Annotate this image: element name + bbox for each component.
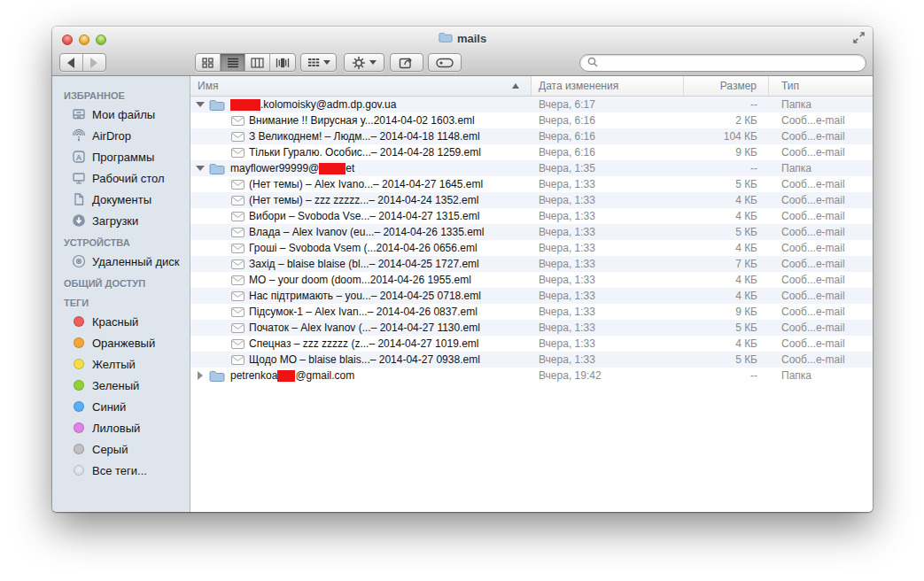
- forward-button[interactable]: [83, 54, 105, 71]
- date-modified-cell: Вчера, 6:16: [532, 130, 684, 143]
- sidebar-item-лиловый[interactable]: Лиловый: [52, 417, 190, 438]
- tags-button[interactable]: [428, 53, 462, 72]
- sidebar-item-синий[interactable]: Синий: [52, 396, 190, 417]
- name-cell: Захід – blaise blaise (bl...– 2014-04-25…: [190, 258, 532, 270]
- sidebar-item-рабочий-стол[interactable]: Рабочий стол: [52, 167, 190, 189]
- column-header-date[interactable]: Дата изменения: [532, 76, 684, 96]
- table-row[interactable]: Гроші – Svoboda Vsem (...2014-04-26 0656…: [190, 240, 873, 256]
- size-cell: 5 КБ: [684, 178, 769, 190]
- date-modified-cell: Вчера, 19:42: [532, 369, 684, 382]
- size-cell: 7 КБ: [684, 258, 769, 270]
- sidebar-section: УСТРОЙСТВА Удаленный диск: [52, 231, 190, 272]
- size-cell: 4 КБ: [684, 337, 769, 350]
- window-title: mails: [52, 32, 873, 45]
- table-row[interactable]: Тільки Гуралю. Особис...– 2014-04-28 125…: [190, 144, 873, 160]
- view-coverflow-button[interactable]: [270, 54, 295, 71]
- table-row[interactable]: Щодо МО – blaise blais...– 2014-04-27 09…: [190, 352, 873, 368]
- sidebar-item-документы[interactable]: Документы: [52, 189, 190, 210]
- type-cell: Сооб...e-mail: [769, 274, 873, 286]
- desktop-icon: [71, 171, 86, 186]
- size-cell: 2 КБ: [684, 114, 769, 127]
- sidebar-item-airdrop[interactable]: AirDrop: [52, 125, 190, 146]
- type-cell: Сооб...e-mail: [769, 242, 873, 254]
- table-row[interactable]: (Нет темы) – zzz zzzzz...– 2014-04-24 13…: [190, 192, 873, 208]
- name-cell: MO – your doom (doom...2014-04-26 1955.e…: [190, 274, 532, 286]
- size-cell: 4 КБ: [684, 290, 769, 302]
- content-area: Имя Дата изменения Размер Тип .kolomoisk…: [190, 76, 873, 512]
- sidebar-item-мои-файлы[interactable]: Мои файлы: [52, 104, 190, 125]
- share-button[interactable]: [390, 53, 423, 72]
- file-name: (Нет темы) – zzz zzzzz...– 2014-04-24 13…: [249, 194, 478, 206]
- date-modified-cell: Вчера, 1:33: [532, 353, 684, 366]
- sidebar-item-красный[interactable]: Красный: [52, 311, 190, 332]
- disclosure-triangle-icon[interactable]: [196, 100, 205, 109]
- file-list: .kolomoisky@adm.dp.gov.ua Вчера, 6:17 --…: [190, 97, 873, 512]
- tag-dot: [71, 421, 86, 436]
- date-modified-cell: Вчера, 1:33: [532, 321, 684, 334]
- type-cell: Сооб...e-mail: [769, 130, 873, 143]
- file-name: Гроші – Svoboda Vsem (...2014-04-26 0656…: [249, 242, 478, 254]
- table-row[interactable]: Початок – Alex Ivanov (...– 2014-04-27 1…: [190, 320, 873, 336]
- search-input[interactable]: [602, 57, 858, 69]
- email-icon: [231, 196, 245, 205]
- column-header-name[interactable]: Имя: [190, 76, 532, 96]
- sidebar-item-label: Серый: [92, 443, 128, 456]
- action-button[interactable]: [344, 53, 384, 72]
- table-row[interactable]: Нас підтримають – you...– 2014-04-25 071…: [190, 288, 873, 304]
- back-button[interactable]: [60, 54, 83, 71]
- table-row[interactable]: petrenkoa@gmail.com Вчера, 19:42 -- Папк…: [190, 368, 873, 383]
- view-columns-button[interactable]: [245, 54, 270, 71]
- disclosure-triangle-icon[interactable]: [196, 371, 205, 380]
- table-row[interactable]: mayflower99999@et Вчера, 1:35 -- Папка: [190, 160, 873, 176]
- fullscreen-icon[interactable]: [852, 31, 866, 45]
- table-row[interactable]: Підсумок-1 – Alex Ivan...– 2014-04-26 08…: [190, 304, 873, 320]
- file-name: Щодо МО – blaise blais...– 2014-04-27 09…: [249, 353, 480, 366]
- view-icons-button[interactable]: [196, 54, 221, 71]
- size-cell: 5 КБ: [684, 321, 769, 334]
- sidebar-item-зеленый[interactable]: Зеленый: [52, 375, 190, 396]
- date-modified-cell: Вчера, 1:33: [532, 178, 684, 190]
- sidebar-item-оранжевый[interactable]: Оранжевый: [52, 332, 190, 353]
- table-row[interactable]: З Великоднем! – Людм...– 2014-04-18 1148…: [190, 128, 873, 144]
- documents-icon: [71, 192, 86, 207]
- name-cell: Тільки Гуралю. Особис...– 2014-04-28 125…: [190, 146, 532, 159]
- sidebar-item-желтый[interactable]: Желтый: [52, 353, 190, 375]
- table-row[interactable]: Влада – Alex Ivanov (eu...– 2014-04-26 1…: [190, 224, 873, 240]
- file-name-suffix: @gmail.com: [295, 369, 354, 382]
- tag-dot: [71, 378, 86, 393]
- file-name: Нас підтримають – you...– 2014-04-25 071…: [249, 290, 481, 302]
- sidebar-item-все-теги-[interactable]: Все теги...: [52, 460, 190, 481]
- sidebar-item-label: Удаленный диск: [92, 255, 179, 268]
- table-row[interactable]: Вибори – Svoboda Vse...– 2014-04-27 1315…: [190, 208, 873, 224]
- file-name: mayflower99999@: [230, 162, 319, 174]
- table-row[interactable]: Спецназ – zzz zzzzz (z...– 2014-04-27 10…: [190, 336, 873, 352]
- table-row[interactable]: (Нет темы) – Alex Ivano...– 2014-04-27 1…: [190, 176, 873, 192]
- arrange-button[interactable]: [300, 53, 337, 72]
- sidebar-item-удаленный-диск[interactable]: Удаленный диск: [52, 251, 190, 272]
- sidebar-item-программы[interactable]: A Программы: [52, 146, 190, 167]
- sidebar-section: ИЗБРАННОЕ Мои файлы AirDrop A Программы …: [52, 84, 190, 231]
- file-name: petrenkoa: [230, 369, 277, 382]
- type-cell: Сооб...e-mail: [769, 146, 873, 159]
- file-name: Влада – Alex Ivanov (eu...– 2014-04-26 1…: [249, 226, 485, 238]
- email-icon: [231, 307, 245, 317]
- sort-ascending-icon: [512, 83, 519, 89]
- sidebar-item-серый[interactable]: Серый: [52, 438, 190, 460]
- column-header-type[interactable]: Тип: [769, 76, 873, 96]
- file-name: MO – your doom (doom...2014-04-26 1955.e…: [249, 274, 471, 286]
- name-cell: Гроші – Svoboda Vsem (...2014-04-26 0656…: [190, 242, 532, 254]
- size-cell: --: [684, 162, 769, 174]
- search-field[interactable]: [579, 54, 866, 72]
- table-row[interactable]: MO – your doom (doom...2014-04-26 1955.e…: [190, 272, 873, 288]
- sidebar-item-загрузки[interactable]: Загрузки: [52, 210, 190, 231]
- size-cell: 9 КБ: [684, 146, 769, 159]
- column-header-size[interactable]: Размер: [684, 76, 769, 96]
- table-row[interactable]: .kolomoisky@adm.dp.gov.ua Вчера, 6:17 --…: [190, 97, 873, 112]
- sidebar-item-label: Документы: [92, 193, 151, 206]
- email-icon: [231, 228, 245, 237]
- view-list-button[interactable]: [221, 54, 245, 71]
- table-row[interactable]: Внимание !! Вирусная у...2014-04-02 1603…: [190, 112, 873, 128]
- table-row[interactable]: Захід – blaise blaise (bl...– 2014-04-25…: [190, 256, 873, 272]
- date-modified-cell: Вчера, 1:33: [532, 337, 684, 350]
- disclosure-triangle-icon[interactable]: [196, 164, 205, 173]
